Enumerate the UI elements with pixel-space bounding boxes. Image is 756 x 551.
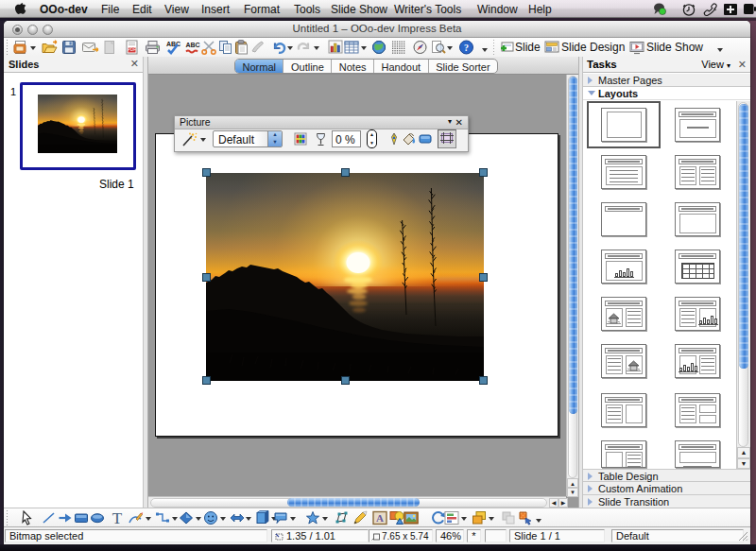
svg-text:ABC: ABC: [166, 41, 180, 47]
svg-text:?: ?: [464, 43, 469, 53]
svg-text:A: A: [376, 512, 384, 524]
svg-text:PDF: PDF: [128, 47, 136, 52]
svg-text:ABC: ABC: [186, 42, 200, 48]
svg-text:T: T: [112, 510, 123, 525]
